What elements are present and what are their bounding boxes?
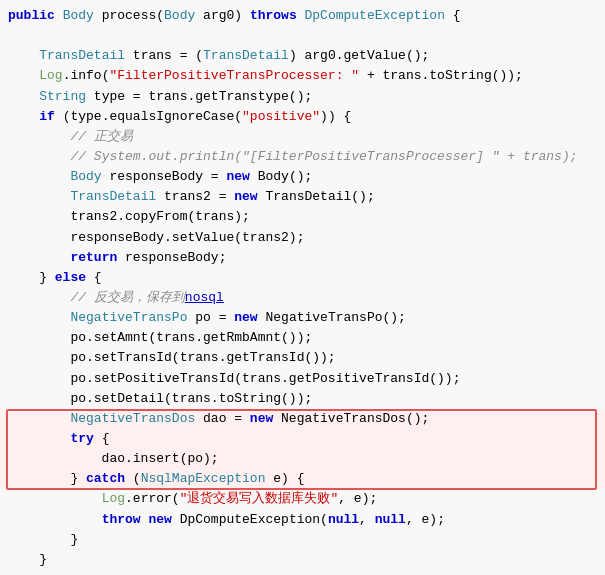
code-line-20: po.setDetail(trans.toString()); (0, 389, 605, 409)
code-line-22: try { (0, 429, 605, 449)
log-call: Log (39, 66, 62, 86)
code-line-4: Log .info( "FilterPositiveTransProcesser… (0, 66, 605, 86)
keyword-throws: throws (250, 6, 297, 26)
code-line-8: // System.out.println("[FilterPositiveTr… (0, 147, 605, 167)
type-body: Body (63, 6, 94, 26)
code-line-18: po.setTransId(trans.getTransId()); (0, 348, 605, 368)
code-line-29 (0, 570, 605, 575)
code-editor: public Body process( Body arg0) throws D… (0, 0, 605, 575)
code-line-21: NegativeTransDos dao = new NegativeTrans… (0, 409, 605, 429)
code-line-9: Body responseBody = new Body(); (0, 167, 605, 187)
code-line-6: if (type.equalsIgnoreCase( "positive" ))… (0, 107, 605, 127)
exception-type: DpComputeException (305, 6, 445, 26)
code-line-17: po.setAmnt(trans.getRmbAmnt()); (0, 328, 605, 348)
code-line-13: return responseBody; (0, 248, 605, 268)
nosql-link[interactable]: nosql (185, 288, 224, 308)
code-line-11: trans2.copyFrom(trans); (0, 207, 605, 227)
code-line-10: TransDetail trans2 = new TransDetail(); (0, 187, 605, 207)
code-line-28: } (0, 550, 605, 570)
code-line-5: String type = trans.getTranstype(); (0, 87, 605, 107)
keyword-public: public (8, 6, 55, 26)
code-line-19: po.setPositiveTransId(trans.getPositiveT… (0, 369, 605, 389)
code-line-3: TransDetail trans = ( TransDetail ) arg0… (0, 46, 605, 66)
code-line-14: } else { (0, 268, 605, 288)
code-line-26: throw new DpComputeException( null , nul… (0, 510, 605, 530)
code-line-12: responseBody.setValue(trans2); (0, 228, 605, 248)
code-line-15: // 反交易，保存到 nosql (0, 288, 605, 308)
code-line-2 (0, 26, 605, 46)
code-line-24: } catch ( NsqlMapException e) { (0, 469, 605, 489)
code-line-23: dao.insert(po); (0, 449, 605, 469)
code-line-7: // 正交易 (0, 127, 605, 147)
code-line-16: NegativeTransPo po = new NegativeTransPo… (0, 308, 605, 328)
code-line-27: } (0, 530, 605, 550)
code-line-25: Log .error( "退货交易写入数据库失败" , e); (0, 489, 605, 509)
code-line-1: public Body process( Body arg0) throws D… (0, 6, 605, 26)
